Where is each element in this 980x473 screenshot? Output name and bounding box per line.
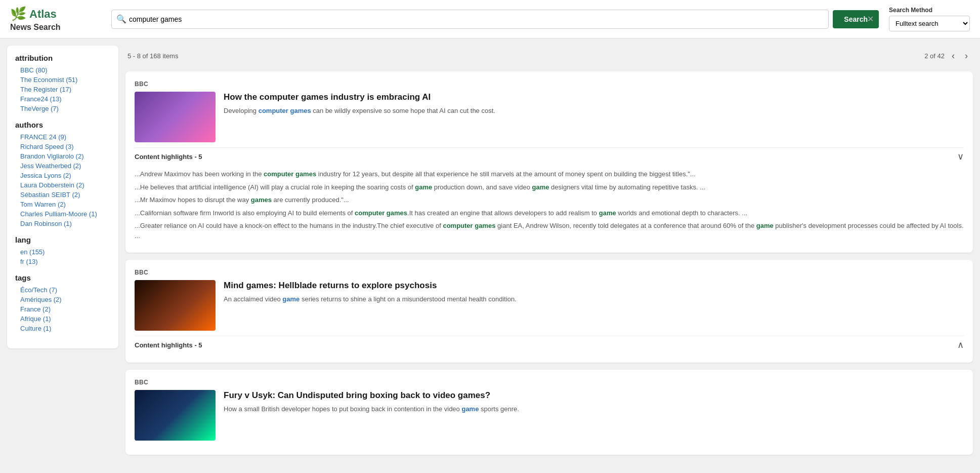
app-subtitle: News Search — [10, 23, 101, 32]
filter-section-lang: langen (155)fr (13) — [15, 235, 110, 266]
highlight-line: ...Californian software firm Inworld is … — [135, 208, 964, 218]
card-description: Developing computer games can be wildly … — [224, 106, 964, 116]
card-source: BBC — [135, 379, 964, 386]
result-card: BBCMind games: Hellblade returns to expl… — [125, 260, 973, 363]
prev-page-button[interactable]: ‹ — [949, 50, 958, 62]
filter-section-authors: authorsFRANCE 24 (9)Richard Speed (3)Bra… — [15, 121, 110, 228]
card-source: BBC — [135, 81, 964, 88]
search-method-select[interactable]: Fulltext search Semantic search Hybrid s… — [889, 16, 970, 31]
filter-item[interactable]: Dan Robinson (1) — [15, 219, 110, 228]
filter-item[interactable]: The Economist (51) — [15, 75, 110, 85]
filter-item[interactable]: Laura Dobberstein (2) — [15, 180, 110, 190]
highlights-label: Content highlights - 5 — [135, 341, 202, 349]
logo-area: 🌿 Atlas News Search — [10, 6, 101, 32]
highlight-line: ...Mr Maximov hopes to disrupt the way g… — [135, 195, 964, 205]
collapse-icon: ∧ — [957, 339, 964, 350]
filter-item[interactable]: Tom Warren (2) — [15, 200, 110, 209]
filter-item[interactable]: FRANCE 24 (9) — [15, 132, 110, 142]
filter-item[interactable]: Culture (1) — [15, 324, 110, 333]
filter-title: attribution — [15, 54, 110, 62]
search-bar-wrap: 🔍 ✕ Search — [111, 10, 879, 29]
filter-item[interactable]: The Register (17) — [15, 85, 110, 94]
card-thumbnail — [135, 390, 216, 441]
filter-item[interactable]: fr (13) — [15, 257, 110, 266]
filter-section-tags: tagsÉco/Tech (7)Amériques (2)France (2)A… — [15, 273, 110, 333]
filter-item[interactable]: Richard Speed (3) — [15, 142, 110, 151]
expand-icon: ∨ — [957, 151, 964, 162]
highlights-content: ...Andrew Maximov has been working in th… — [135, 169, 964, 241]
pagination-bar: 5 - 8 of 168 items 2 of 42 ‹ › — [125, 46, 973, 66]
logo-leaf-icon: 🌿 — [10, 6, 26, 22]
card-title: Mind games: Hellblade returns to explore… — [224, 280, 964, 291]
card-main: Fury v Usyk: Can Undisputed bring boxing… — [135, 390, 964, 441]
next-page-button[interactable]: › — [962, 50, 971, 62]
card-description: An acclaimed video game series returns t… — [224, 294, 964, 304]
filter-item[interactable]: BBC (80) — [15, 65, 110, 75]
page-info: 2 of 42 — [924, 52, 945, 60]
filter-title: lang — [15, 235, 110, 244]
pagination-controls: 2 of 42 ‹ › — [924, 50, 971, 62]
card-thumbnail — [135, 92, 216, 142]
card-text-area: How the computer games industry is embra… — [224, 92, 964, 142]
app-header: 🌿 Atlas News Search 🔍 ✕ Search Search Me… — [0, 0, 980, 38]
highlights-label: Content highlights - 5 — [135, 153, 202, 161]
card-description: How a small British developer hopes to p… — [224, 404, 964, 414]
card-main: Mind games: Hellblade returns to explore… — [135, 280, 964, 331]
highlights-toggle[interactable]: Content highlights - 5∧ — [135, 336, 964, 353]
card-title: How the computer games industry is embra… — [224, 92, 964, 103]
clear-search-icon[interactable]: ✕ — [867, 14, 874, 24]
filter-title: tags — [15, 273, 110, 282]
results-container: BBCHow the computer games industry is em… — [125, 71, 973, 455]
highlight-line: ...Greater reliance on AI could have a k… — [135, 221, 964, 241]
search-method-area: Search Method Fulltext search Semantic s… — [889, 7, 970, 31]
card-title: Fury v Usyk: Can Undisputed bring boxing… — [224, 390, 964, 401]
filter-item[interactable]: Jess Weatherbed (2) — [15, 161, 110, 171]
logo-text: Atlas — [29, 8, 57, 21]
card-main: How the computer games industry is embra… — [135, 92, 964, 142]
main-layout: attributionBBC (80)The Economist (51)The… — [0, 38, 980, 471]
card-text-area: Fury v Usyk: Can Undisputed bring boxing… — [224, 390, 964, 441]
app-logo: 🌿 Atlas — [10, 6, 101, 22]
filter-item[interactable]: TheVerge (7) — [15, 104, 110, 113]
filter-item[interactable]: en (155) — [15, 247, 110, 257]
filter-item[interactable]: Sébastian SEIBT (2) — [15, 190, 110, 200]
content-area: 5 - 8 of 168 items 2 of 42 ‹ › BBCHow th… — [125, 46, 973, 464]
result-card: BBCHow the computer games industry is em… — [125, 71, 973, 253]
filter-title: authors — [15, 121, 110, 129]
filter-item[interactable]: Charles Pulliam-Moore (1) — [15, 209, 110, 219]
card-source: BBC — [135, 269, 964, 276]
highlights-toggle[interactable]: Content highlights - 5∨ — [135, 147, 964, 165]
search-input[interactable] — [111, 10, 829, 29]
card-text-area: Mind games: Hellblade returns to explore… — [224, 280, 964, 331]
result-card: BBCFury v Usyk: Can Undisputed bring box… — [125, 370, 973, 455]
highlight-line: ...He believes that artificial intellige… — [135, 182, 964, 192]
sidebar: attributionBBC (80)The Economist (51)The… — [7, 46, 118, 348]
filter-item[interactable]: France24 (13) — [15, 94, 110, 104]
card-thumbnail — [135, 280, 216, 331]
filter-item[interactable]: France (2) — [15, 304, 110, 314]
filter-item[interactable]: Amériques (2) — [15, 295, 110, 304]
search-icon: 🔍 — [116, 14, 126, 24]
highlight-line: ...Andrew Maximov has been working in th… — [135, 169, 964, 179]
filter-section-attribution: attributionBBC (80)The Economist (51)The… — [15, 54, 110, 113]
results-range: 5 - 8 of 168 items — [127, 52, 178, 60]
filter-item[interactable]: Éco/Tech (7) — [15, 285, 110, 295]
filter-item[interactable]: Afrique (1) — [15, 314, 110, 324]
filter-item[interactable]: Brandon Vigliarolo (2) — [15, 151, 110, 161]
filter-item[interactable]: Jessica Lyons (2) — [15, 171, 110, 180]
search-method-label: Search Method — [889, 7, 970, 14]
